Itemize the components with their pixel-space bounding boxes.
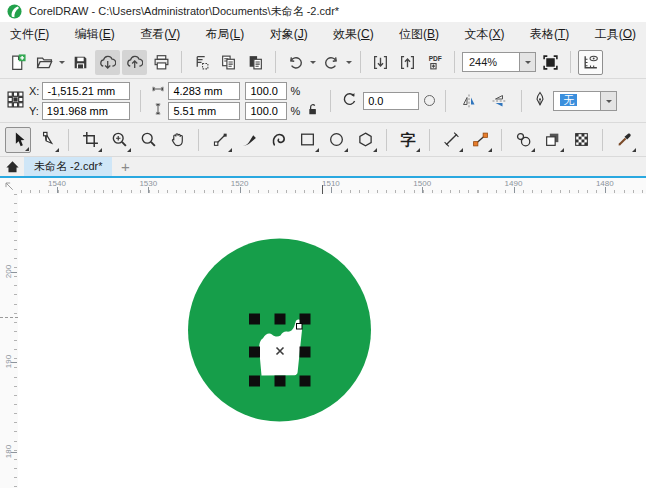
mirror-horizontal-button[interactable] xyxy=(456,88,481,113)
mirror-vertical-button[interactable] xyxy=(486,88,511,113)
outline-pen-icon xyxy=(532,91,548,110)
menu-item-view[interactable]: 查看(V) xyxy=(140,26,180,43)
undo-button[interactable] xyxy=(283,50,308,75)
artistic-media-tool[interactable] xyxy=(236,127,262,153)
open-button-dropdown[interactable] xyxy=(59,61,65,67)
redo-icon xyxy=(323,54,340,71)
interactive-fill-tool[interactable] xyxy=(640,127,646,153)
rotation-dial-icon[interactable] xyxy=(424,95,435,106)
ruler-origin-corner[interactable] xyxy=(0,178,18,194)
open-button[interactable] xyxy=(32,50,57,75)
selection-handle[interactable] xyxy=(249,376,260,387)
outline-width-dropdown-button[interactable] xyxy=(600,92,616,110)
save-button[interactable] xyxy=(68,50,93,75)
ellipse-tool[interactable] xyxy=(323,127,349,153)
pan-tool[interactable] xyxy=(164,127,190,153)
coreldraw-window: CorelDRAW - C:\Users\Administrator\Docum… xyxy=(0,0,646,488)
selection-handle[interactable] xyxy=(249,347,260,358)
selection-handle[interactable] xyxy=(249,314,260,325)
home-icon[interactable] xyxy=(0,157,24,176)
ruler-tick xyxy=(240,187,241,193)
dimension-tool[interactable] xyxy=(438,127,464,153)
scale-horizontal-field[interactable] xyxy=(245,82,287,100)
ruler-tick xyxy=(11,272,17,273)
fullscreen-preview-button[interactable] xyxy=(538,50,563,75)
cut-icon xyxy=(193,54,210,71)
object-width-field[interactable] xyxy=(168,82,240,100)
y-position-field[interactable] xyxy=(42,102,130,120)
undo-button-dropdown[interactable] xyxy=(310,61,316,67)
selection-handle[interactable] xyxy=(300,376,311,387)
rectangle-tool[interactable] xyxy=(294,127,320,153)
menu-item-table[interactable]: 表格(T) xyxy=(530,26,569,43)
polygon-tool[interactable] xyxy=(352,127,378,153)
dropshadow-icon xyxy=(544,131,561,148)
polygon-icon xyxy=(357,131,374,148)
pdf-button[interactable]: PDF xyxy=(422,50,447,75)
cloud-upload-button[interactable] xyxy=(122,50,147,75)
cloud-download-button[interactable] xyxy=(95,50,120,75)
selection-handle[interactable] xyxy=(300,314,311,325)
transparency-tool[interactable] xyxy=(568,127,594,153)
drop-shadow-tool[interactable] xyxy=(539,127,565,153)
redo-button[interactable] xyxy=(319,50,344,75)
import-icon xyxy=(372,54,389,71)
green-circle-object[interactable] xyxy=(188,239,371,422)
magnify-tool[interactable] xyxy=(135,127,161,153)
zoom-level-value: 244% xyxy=(463,56,519,68)
separator xyxy=(602,129,603,151)
shape-tool[interactable] xyxy=(34,127,60,153)
crop-tool[interactable] xyxy=(77,127,103,153)
object-height-field[interactable] xyxy=(168,102,240,120)
outline-width-combobox[interactable]: 无 xyxy=(553,91,617,111)
ruler-tick xyxy=(11,362,17,363)
redo-button-dropdown[interactable] xyxy=(346,61,352,67)
menu-item-text[interactable]: 文本(X) xyxy=(464,26,504,43)
zoom-level-combobox[interactable]: 244% xyxy=(462,52,536,72)
menu-item-object[interactable]: 对象(J) xyxy=(270,26,308,43)
bspline-tool[interactable] xyxy=(265,127,291,153)
outline-width-value: 无 xyxy=(560,94,577,106)
new-tab-button[interactable]: + xyxy=(112,157,138,176)
rect-icon xyxy=(299,131,316,148)
ruler-toggle-button[interactable] xyxy=(578,50,603,75)
selection-handle[interactable] xyxy=(275,314,286,325)
drawing-canvas[interactable] xyxy=(18,194,646,488)
zoom-tool[interactable] xyxy=(106,127,132,153)
curve-node-marker[interactable] xyxy=(297,324,303,330)
menu-item-tools[interactable]: 工具(O) xyxy=(595,26,636,43)
new-document-button[interactable] xyxy=(5,50,30,75)
menu-item-effects[interactable]: 效果(C) xyxy=(333,26,374,43)
zoom-level-dropdown-button[interactable] xyxy=(519,53,535,71)
vertical-ruler[interactable]: 200190180 xyxy=(0,194,18,488)
separator xyxy=(429,129,430,151)
text-tool[interactable]: 字 xyxy=(395,127,421,153)
x-position-field[interactable] xyxy=(42,82,130,100)
percent-label: % xyxy=(290,105,300,117)
pick-tool[interactable] xyxy=(5,127,31,153)
menu-item-edit[interactable]: 编辑(E) xyxy=(75,26,115,43)
menu-item-bitmaps[interactable]: 位图(B) xyxy=(399,26,439,43)
lock-ratio-button[interactable] xyxy=(305,102,320,122)
freehand-tool[interactable] xyxy=(207,127,233,153)
separator xyxy=(140,90,141,112)
pdf-icon: PDF xyxy=(426,54,443,71)
copy-button[interactable] xyxy=(216,50,241,75)
import-button[interactable] xyxy=(368,50,393,75)
print-button[interactable] xyxy=(149,50,174,75)
export-button[interactable] xyxy=(395,50,420,75)
scale-vertical-field[interactable] xyxy=(245,102,287,120)
selection-handle[interactable] xyxy=(275,376,286,387)
rotation-angle-field[interactable] xyxy=(363,92,419,110)
menu-item-layout[interactable]: 布局(L) xyxy=(206,26,245,43)
blend-tool[interactable] xyxy=(510,127,536,153)
menu-item-file[interactable]: 文件(F) xyxy=(10,26,49,43)
paste-button[interactable] xyxy=(243,50,268,75)
connector-tool[interactable] xyxy=(467,127,493,153)
cut-button[interactable] xyxy=(189,50,214,75)
document-tab[interactable]: 未命名 -2.cdr* xyxy=(24,157,112,176)
eyedropper-tool[interactable] xyxy=(611,127,637,153)
horizontal-ruler[interactable]: 1540153015201510150014901480 xyxy=(18,178,646,194)
selection-handle[interactable] xyxy=(300,347,311,358)
print-icon xyxy=(153,54,170,71)
